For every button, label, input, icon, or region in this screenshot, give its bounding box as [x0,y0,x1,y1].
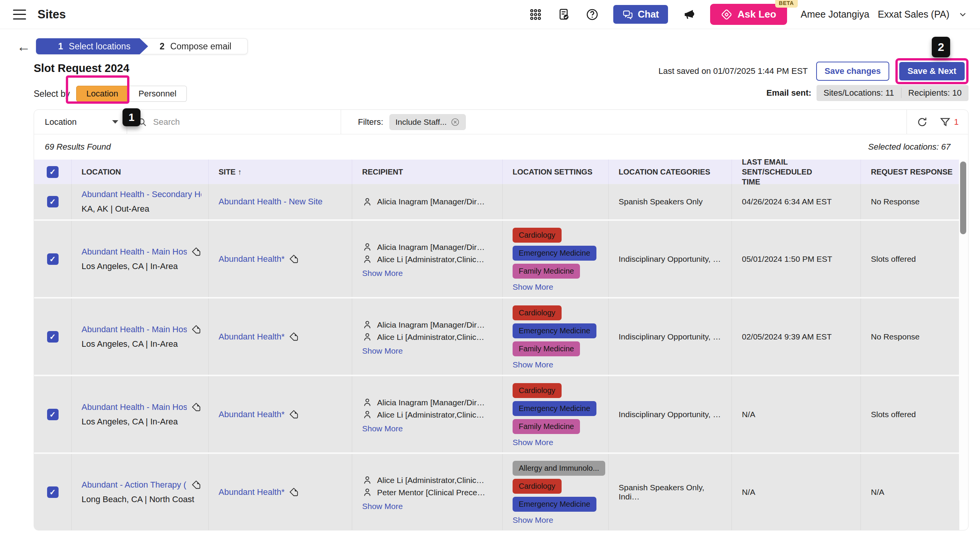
hamburger-menu-icon[interactable] [13,10,26,20]
apps-grid-icon[interactable] [528,7,543,22]
last-saved-text: Last saved on 01/07/2025 1:44 PM EST [658,66,808,76]
tag-icon[interactable] [191,325,201,335]
column-header-request-response[interactable]: REQUEST RESPONSE [861,160,959,184]
row-checkbox[interactable]: ✓ [47,486,59,498]
row-checkbox[interactable]: ✓ [47,409,59,420]
specialty-chip: Emergency Medicine [513,323,596,338]
save-changes-button[interactable]: Save changes [816,62,889,81]
step-compose-email[interactable]: 2 Compose email [141,38,248,54]
column-header-location-categories[interactable]: LOCATION CATEGORIES [609,160,732,184]
row-checkbox[interactable]: ✓ [47,253,59,265]
location-link[interactable]: Abundant Health - Main Hos… [82,247,187,257]
specialty-chip: Emergency Medicine [513,246,596,261]
tag-icon[interactable] [289,254,299,264]
site-link[interactable]: Abundant Health* [219,332,284,342]
specialty-chip: Family Medicine [513,419,580,434]
site-link[interactable]: Abundant Health* [219,487,284,497]
settings-show-more[interactable]: Show More [513,438,553,447]
tag-icon[interactable] [289,332,299,342]
site-link[interactable]: Abundant Health - New Site [219,197,323,207]
recipients-show-more[interactable]: Show More [362,269,403,278]
tag-icon[interactable] [289,487,299,497]
location-link[interactable]: Abundant - Action Therapy (… [82,480,187,490]
recipient-entry: Alicia Inagram [Manager/Dir… [362,397,485,408]
settings-show-more[interactable]: Show More [513,516,553,525]
ask-leo-button[interactable]: Ask Leo BETA [710,4,787,25]
location-subtext: Los Angeles, CA | In-Area [82,339,178,349]
column-header-last-email[interactable]: LAST EMAIL SENT/SCHEDULED TIME [732,160,861,184]
save-next-button[interactable]: Save & Next [899,62,965,80]
column-header-location-settings[interactable]: LOCATION SETTINGS [503,160,609,184]
tag-icon[interactable] [191,402,201,412]
toggle-personnel[interactable]: Personnel [129,86,187,102]
column-header-recipient[interactable]: RECIPIENT [352,160,503,184]
location-cell: Abundant - Action Therapy (… Long Beach,… [72,454,209,530]
back-button[interactable]: ← [17,40,31,54]
annotation-badge-2: 2 [932,37,950,57]
column-header-site[interactable]: SITE ↑ [209,160,352,184]
select-all-cell: ✓ [34,160,72,184]
step-select-locations[interactable]: 1 Select locations [36,38,148,54]
select-by-toggle: Location Personnel [76,86,187,102]
stepper: 1 Select locations 2 Compose email [36,38,248,54]
user-menu[interactable]: Amee Jotangiya Exxat Sales (PA) [801,9,968,20]
tag-icon[interactable] [191,480,201,490]
announcements-megaphone-icon[interactable] [682,7,696,22]
specialty-chip: Cardiology [513,228,562,243]
help-icon[interactable] [585,7,599,22]
location-link[interactable]: Abundant Health - Secondary Hos… [82,189,201,199]
sort-asc-icon: ↑ [238,167,242,177]
email-sent-pill: Sites/Locations: 11 Recipients: 10 [817,85,969,101]
toggle-location[interactable]: Location [76,86,129,102]
recipient-entry: Alicia Inagram [Manager/Dir… [362,242,485,252]
recipient-entry: Alicia Inagram [Manager/Dir… [362,197,485,207]
row-checkbox[interactable]: ✓ [47,196,59,207]
tasks-document-icon[interactable] [557,7,571,22]
specialty-chip: Emergency Medicine [513,497,596,512]
search-category-dropdown[interactable]: Location [34,110,127,134]
results-card: Location Filters: Include Staff... [34,109,969,530]
filter-chip: Include Staff... [389,114,466,130]
settings-show-more[interactable]: Show More [513,360,553,369]
recipients-show-more[interactable]: Show More [362,346,403,356]
recipient-cell: Alice Li [Administrator,Clinic…Peter Men… [352,454,503,530]
location-link[interactable]: Abundant Health - Main Hos… [82,402,187,412]
recipient-entry: Alice Li [Administrator,Clinic… [362,254,485,264]
user-name: Amee Jotangiya [801,9,869,20]
chat-button[interactable]: Chat [613,5,668,24]
site-link[interactable]: Abundant Health* [219,254,284,264]
beta-badge: BETA [775,0,798,8]
recipient-entry: Peter Mentor [Clinical Prece… [362,487,485,498]
settings-chip-list: CardiologyEmergency MedicineFamily Medic… [513,304,596,358]
scrollbar-thumb[interactable] [960,162,966,234]
refresh-icon[interactable] [916,116,928,128]
location-settings-cell: CardiologyEmergency MedicineFamily Medic… [503,376,609,452]
settings-show-more[interactable]: Show More [513,282,553,292]
tag-icon[interactable] [191,247,201,257]
recipient-cell: Alicia Inagram [Manager/Dir…Alice Li [Ad… [352,299,503,375]
location-cell: Abundant Health - Main Hos… Los Angeles,… [72,221,209,297]
location-subtext: Los Angeles, CA | In-Area [82,261,178,271]
chat-label: Chat [638,9,659,20]
app-window: Sites [0,0,980,545]
search-input[interactable] [153,117,314,127]
last-email-cell: 02/05/2024 9:39 AM EST [732,299,861,375]
filter-funnel-icon[interactable] [939,116,951,128]
specialty-chip: Cardiology [513,383,562,398]
site-cell: Abundant Health - New Site [209,184,352,219]
recipients-show-more[interactable]: Show More [362,424,403,433]
column-header-location[interactable]: LOCATION [72,160,209,184]
recipients-show-more[interactable]: Show More [362,502,403,511]
workflow-title: Slot Request 2024 [34,62,129,75]
select-all-checkbox[interactable]: ✓ [47,166,59,178]
row-checkbox[interactable]: ✓ [47,331,59,343]
row-checkbox-cell: ✓ [34,221,72,297]
request-response-cell: N/A [861,454,959,530]
remove-filter-icon[interactable] [451,117,460,127]
site-link[interactable]: Abundant Health* [219,410,284,419]
location-link[interactable]: Abundant Health - Main Hos… [82,325,187,335]
table-body: ✓ Abundant Health - Secondary Hos… KA, A… [34,184,959,530]
email-sent-recipients: Recipients: 10 [902,88,969,98]
site-cell: Abundant Health* [209,376,352,452]
tag-icon[interactable] [289,410,299,419]
